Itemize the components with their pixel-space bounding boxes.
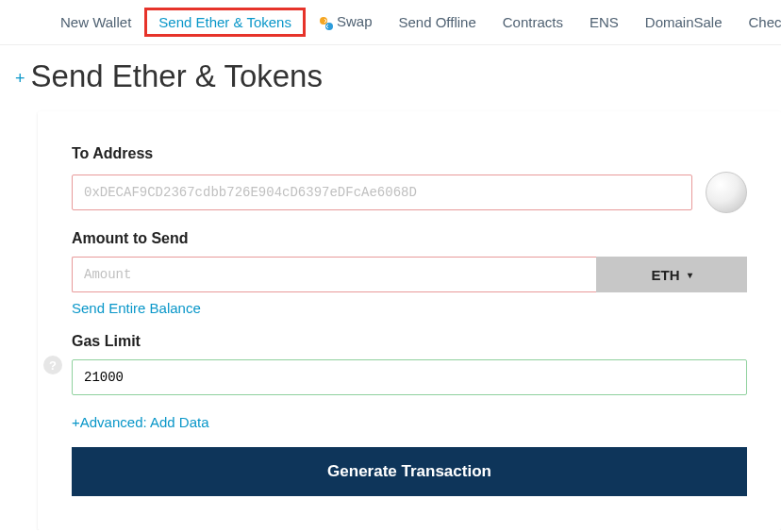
gas-limit-input[interactable] [72, 359, 747, 395]
generate-transaction-button[interactable]: Generate Transaction [72, 447, 747, 496]
help-icon[interactable]: ? [43, 356, 62, 374]
gas-limit-label: Gas Limit [72, 333, 747, 350]
to-address-label: To Address [72, 145, 747, 162]
address-identicon [706, 172, 747, 213]
currency-label: ETH [652, 267, 680, 283]
to-address-group: To Address [72, 145, 747, 213]
nav-send-offline[interactable]: Send Offline [385, 8, 489, 36]
page-title: Send Ether & Tokens [31, 58, 323, 94]
amount-group: Amount to Send ETH ▾ Send Entire Balance [72, 230, 747, 316]
currency-dropdown[interactable]: ETH ▾ [596, 257, 747, 292]
nav-swap[interactable]: Swap [306, 8, 386, 36]
caret-down-icon: ▾ [688, 270, 692, 280]
page-title-row: + Send Ether & Tokens [0, 45, 781, 111]
send-form-card: To Address Amount to Send ETH ▾ Send Ent… [38, 111, 781, 530]
nav-new-wallet[interactable]: New Wallet [47, 8, 144, 36]
send-entire-balance-link[interactable]: Send Entire Balance [72, 300, 201, 316]
nav-swap-label: Swap [337, 13, 373, 29]
swap-icon [319, 16, 334, 31]
nav-contracts[interactable]: Contracts [490, 8, 576, 36]
to-address-input[interactable] [72, 175, 692, 210]
nav-domainsale[interactable]: DomainSale [632, 8, 736, 36]
nav-send-ether-tokens[interactable]: Send Ether & Tokens [144, 8, 306, 37]
plus-icon[interactable]: + [15, 69, 25, 89]
amount-label: Amount to Send [72, 230, 747, 247]
amount-input[interactable] [72, 257, 596, 292]
gas-group: ? Gas Limit [72, 333, 747, 395]
nav-ens[interactable]: ENS [576, 8, 632, 36]
advanced-add-data-link[interactable]: +Advanced: Add Data [72, 414, 747, 430]
nav-check-tx[interactable]: Check TX Sta [736, 8, 781, 36]
top-nav: New Wallet Send Ether & Tokens Swap Send… [0, 0, 781, 45]
